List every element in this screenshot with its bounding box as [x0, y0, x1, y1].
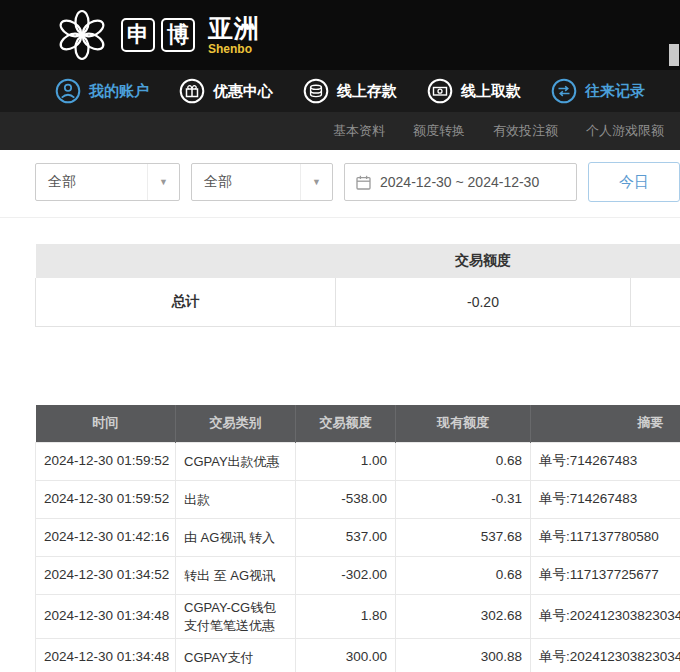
- cell-type: 由 AG视讯 转入: [176, 519, 296, 557]
- chevron-down-icon: ▼: [147, 164, 179, 200]
- transactions-table: 时间 交易类别 交易额度 现有额度 摘要 2024-12-30 01:59:52…: [35, 405, 680, 672]
- cell-balance: 0.68: [396, 443, 531, 481]
- col-header-type: 交易类别: [176, 405, 296, 443]
- summary-header-blank: [36, 244, 336, 278]
- nav-item-records[interactable]: 往来记录: [551, 78, 645, 104]
- table-row: 2024-12-30 01:59:52 出款 -538.00 -0.31 单号:…: [36, 481, 680, 519]
- user-icon: [55, 78, 81, 104]
- logo-flower-icon: [56, 9, 108, 61]
- cell-time: 2024-12-30 01:59:52: [36, 443, 176, 481]
- status-select[interactable]: 全部 ▼: [35, 163, 180, 201]
- subnav-item-basic-info[interactable]: 基本资料: [333, 122, 385, 140]
- status-select-value: 全部: [36, 173, 76, 191]
- summary-total-row: 总计 -0.20: [36, 278, 680, 326]
- cell-balance: 537.68: [396, 519, 531, 557]
- nav-item-label: 往来记录: [585, 82, 645, 101]
- scrollbar-thumb[interactable]: [669, 44, 679, 66]
- nav-item-label: 我的账户: [89, 82, 149, 101]
- cell-amount: -538.00: [296, 481, 396, 519]
- cell-balance: 300.88: [396, 639, 531, 672]
- gift-icon: [179, 78, 205, 104]
- cell-summary: 单号:714267483: [531, 443, 680, 481]
- today-button[interactable]: 今日: [588, 162, 680, 202]
- cell-summary: 单号:714267483: [531, 481, 680, 519]
- top-header: 申 博 亚洲 Shenbo: [0, 0, 680, 70]
- cell-amount: 1.00: [296, 443, 396, 481]
- logo[interactable]: 申 博 亚洲 Shenbo: [56, 9, 260, 61]
- cell-time: 2024-12-30 01:34:48: [36, 639, 176, 672]
- col-header-summary: 摘要: [531, 405, 680, 443]
- nav-item-promotions[interactable]: 优惠中心: [179, 78, 273, 104]
- coins-icon: [303, 78, 329, 104]
- cell-amount: 300.00: [296, 639, 396, 672]
- nav-item-label: 优惠中心: [213, 82, 273, 101]
- table-row: 2024-12-30 01:42:16 由 AG视讯 转入 537.00 537…: [36, 519, 680, 557]
- cell-type: 转出 至 AG视讯: [176, 557, 296, 595]
- summary-header-row: 交易额度: [36, 244, 680, 278]
- cell-amount: -302.00: [296, 557, 396, 595]
- cell-time: 2024-12-30 01:34:52: [36, 557, 176, 595]
- chevron-down-icon: ▼: [300, 164, 332, 200]
- nav-item-label: 线上取款: [461, 82, 521, 101]
- table-row: 2024-12-30 01:34:48 CGPAY支付 300.00 300.8…: [36, 639, 680, 672]
- cell-balance: -0.31: [396, 481, 531, 519]
- cell-type: CGPAY出款优惠: [176, 443, 296, 481]
- logo-region: 亚洲: [208, 16, 260, 41]
- col-header-time: 时间: [36, 405, 176, 443]
- summary-table: 交易额度 总计 -0.20: [35, 244, 680, 327]
- summary-total-label: 总计: [36, 278, 336, 326]
- type-select[interactable]: 全部 ▼: [191, 163, 333, 201]
- subnav-item-valid-bets[interactable]: 有效投注额: [493, 122, 558, 140]
- scrollbar: [668, 0, 680, 672]
- date-range-value: 2024-12-30 ~ 2024-12-30: [380, 174, 539, 190]
- nav-item-withdraw[interactable]: 线上取款: [427, 78, 521, 104]
- summary-header-amount: 交易额度: [336, 244, 631, 278]
- cell-summary: 单号:202412303823034: [531, 595, 680, 639]
- nav-item-my-account[interactable]: 我的账户: [55, 78, 149, 104]
- cell-time: 2024-12-30 01:42:16: [36, 519, 176, 557]
- cell-summary: 单号:202412303823034: [531, 639, 680, 672]
- subnav-item-game-limits[interactable]: 个人游戏限额: [586, 122, 664, 140]
- summary-total-value: -0.20: [336, 278, 631, 326]
- col-header-balance: 现有额度: [396, 405, 531, 443]
- filter-bar: 全部 ▼ 全部 ▼ 2024-12-30 ~ 2024-12-30 今日: [0, 150, 680, 218]
- page: 申 博 亚洲 Shenbo 我的账户 优惠中: [0, 0, 680, 672]
- logo-boxes: 申 博: [121, 18, 195, 52]
- table-row: 2024-12-30 01:34:48 CGPAY-CG钱包支付笔笔送优惠 1.…: [36, 595, 680, 639]
- cell-type: 出款: [176, 481, 296, 519]
- type-select-value: 全部: [192, 173, 232, 191]
- table-row: 2024-12-30 01:34:52 转出 至 AG视讯 -302.00 0.…: [36, 557, 680, 595]
- cell-balance: 302.68: [396, 595, 531, 639]
- logo-subtitle: Shenbo: [208, 43, 260, 55]
- cell-balance: 0.68: [396, 557, 531, 595]
- cell-amount: 537.00: [296, 519, 396, 557]
- nav-item-deposit[interactable]: 线上存款: [303, 78, 397, 104]
- logo-char-box: 申: [121, 18, 155, 52]
- cell-type: CGPAY支付: [176, 639, 296, 672]
- nav-item-label: 线上存款: [337, 82, 397, 101]
- table-row: 2024-12-30 01:59:52 CGPAY出款优惠 1.00 0.68 …: [36, 443, 680, 481]
- cell-summary: 单号:117137725677: [531, 557, 680, 595]
- cell-time: 2024-12-30 01:59:52: [36, 481, 176, 519]
- calendar-icon: [356, 175, 371, 190]
- banknote-icon: [427, 78, 453, 104]
- transfer-arrows-icon: [551, 78, 577, 104]
- logo-text: 亚洲 Shenbo: [208, 16, 260, 55]
- cell-amount: 1.80: [296, 595, 396, 639]
- subnav-item-balance-transfer[interactable]: 额度转换: [413, 122, 465, 140]
- date-range-input[interactable]: 2024-12-30 ~ 2024-12-30: [344, 163, 577, 201]
- table-header-row: 时间 交易类别 交易额度 现有额度 摘要: [36, 405, 680, 443]
- main-nav: 我的账户 优惠中心 线上存款: [0, 70, 680, 112]
- cell-type: CGPAY-CG钱包支付笔笔送优惠: [176, 595, 296, 639]
- cell-summary: 单号:117137780580: [531, 519, 680, 557]
- sub-nav: 基本资料 额度转换 有效投注额 个人游戏限额: [0, 112, 680, 150]
- col-header-amount: 交易额度: [296, 405, 396, 443]
- cell-time: 2024-12-30 01:34:48: [36, 595, 176, 639]
- logo-char-box: 博: [161, 18, 195, 52]
